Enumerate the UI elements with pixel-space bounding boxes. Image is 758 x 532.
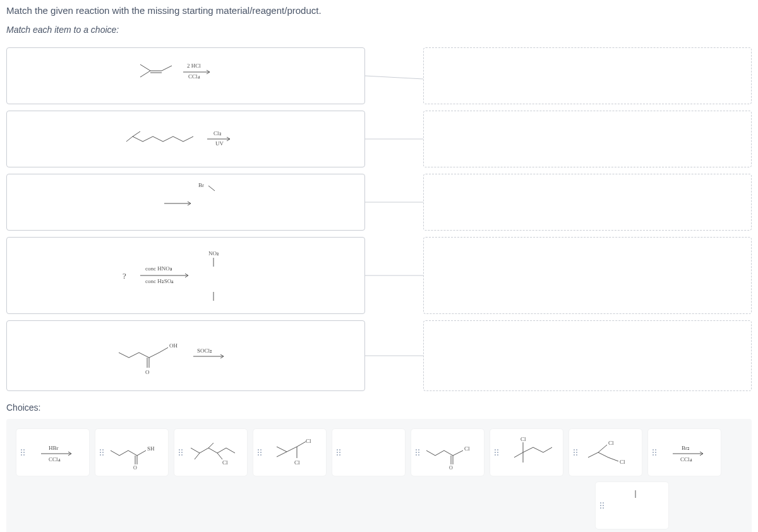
- svg-marker-11: [128, 191, 150, 216]
- item-box-2: Cl₂ UV: [6, 111, 365, 167]
- svg-line-51: [598, 445, 607, 452]
- starting-material-4: ?: [123, 271, 126, 281]
- reaction-diagram-2: Cl₂ UV: [129, 123, 243, 155]
- choice-6-label: Cl: [464, 445, 470, 452]
- svg-line-26: [159, 348, 168, 353]
- svg-line-49: [514, 452, 523, 457]
- choice-tert-chloride[interactable]: Cl: [490, 429, 563, 476]
- drag-handle-icon: [495, 447, 501, 457]
- choice-9-top: Br₂: [682, 445, 690, 451]
- choices-panel: HBr CCl₄ O SH: [6, 419, 752, 532]
- svg-point-43: [366, 446, 378, 459]
- reagent-5: SOCl₂: [197, 348, 212, 354]
- choice-1-top: HBr: [49, 445, 59, 451]
- svg-line-1: [140, 71, 150, 77]
- product-label-4: NO₂: [208, 250, 219, 257]
- drag-handle-icon: [337, 447, 343, 457]
- choice-7-label: Cl: [520, 436, 526, 442]
- reagent-top-1: 2 HCl: [187, 63, 201, 69]
- svg-line-37: [277, 447, 287, 452]
- choice-dichloro-propane[interactable]: Cl Cl: [569, 429, 642, 476]
- question-text: Match the given reaction with the missin…: [6, 5, 752, 16]
- connector-line-3: [365, 174, 423, 231]
- choice-8-top: Cl: [608, 440, 614, 446]
- choice-toluene[interactable]: [596, 482, 668, 529]
- svg-marker-13: [203, 191, 226, 216]
- drag-handle-icon: [574, 447, 580, 457]
- choice-acyl-chloride[interactable]: O Cl: [411, 429, 484, 476]
- svg-marker-17: [202, 267, 225, 292]
- reagent-bottom-4: conc H₂SO₄: [145, 278, 174, 284]
- choice-4-bottom: Cl: [294, 459, 300, 466]
- drag-handle-icon: [100, 447, 106, 457]
- drag-handle-icon: [416, 447, 422, 457]
- choice-hbr-ccl4[interactable]: HBr CCl₄: [16, 429, 89, 476]
- choices-grid: HBr CCl₄ O SH: [16, 429, 742, 529]
- product-label-3: Br: [198, 182, 204, 188]
- reagent-top-4: conc HNO₃: [145, 265, 172, 272]
- svg-text:O: O: [145, 369, 150, 375]
- connector-line-1: [365, 47, 423, 104]
- drop-zone-3[interactable]: [423, 174, 752, 231]
- svg-line-47: [453, 450, 463, 456]
- svg-point-18: [208, 274, 219, 285]
- match-row-5: O OH SOCl₂: [6, 320, 752, 391]
- choice-8-bottom: Cl: [620, 459, 625, 465]
- reaction-diagram-5: O OH SOCl₂: [116, 331, 255, 380]
- drag-handle-icon: [600, 500, 606, 511]
- choice-1-bottom: CCl₄: [49, 456, 61, 462]
- match-row-1: 2 HCl CCl₄: [6, 47, 752, 104]
- match-row-2: Cl₂ UV: [6, 111, 752, 167]
- svg-line-34: [195, 453, 200, 459]
- choice-alkyl-chloride-branched[interactable]: Cl: [174, 429, 247, 476]
- svg-line-39: [287, 447, 297, 452]
- choice-br2-ccl4[interactable]: Br₂ CCl₄: [648, 429, 721, 476]
- svg-line-7: [133, 131, 140, 136]
- item-box-5: O OH SOCl₂: [6, 320, 365, 391]
- item-box-1: 2 HCl CCl₄: [6, 47, 365, 104]
- reaction-diagram-4: ? conc HNO₃ conc H₂SO₄ NO₂: [110, 244, 262, 307]
- svg-line-22: [149, 353, 159, 358]
- drop-zone-5[interactable]: [423, 320, 752, 391]
- svg-line-40: [297, 442, 306, 447]
- choice-dichloro-isobutane[interactable]: Cl Cl: [253, 429, 326, 476]
- drop-zone-1[interactable]: [423, 47, 752, 104]
- drag-handle-icon: [653, 447, 659, 457]
- choice-benzene[interactable]: [332, 429, 405, 476]
- item-box-4: ? conc HNO₃ conc H₂SO₄ NO₂: [6, 237, 365, 314]
- svg-point-55: [630, 504, 641, 515]
- match-row-4: ? conc HNO₃ conc H₂SO₄ NO₂: [6, 237, 752, 314]
- choices-label: Choices:: [6, 402, 752, 413]
- svg-text:O: O: [449, 465, 453, 471]
- reagent-bottom-1: CCl₄: [188, 73, 200, 80]
- drag-handle-icon: [258, 447, 264, 457]
- drop-zone-4[interactable]: [423, 237, 752, 314]
- reactant-label-5: OH: [169, 342, 177, 349]
- svg-line-38: [277, 452, 287, 457]
- choice-2-label: SH: [147, 445, 155, 452]
- svg-line-52: [608, 457, 618, 461]
- svg-line-33: [137, 450, 146, 456]
- drag-handle-icon: [21, 447, 27, 457]
- reagent-bottom-2: UV: [215, 140, 224, 147]
- choice-3-label: Cl: [222, 459, 228, 466]
- instruction-text: Match each item to a choice:: [6, 25, 752, 35]
- reaction-diagram-3: Br: [123, 182, 249, 222]
- svg-line-4: [162, 66, 172, 71]
- svg-marker-42: [361, 440, 383, 465]
- reaction-diagram-1: 2 HCl CCl₄: [135, 57, 236, 95]
- item-box-3: Br: [6, 174, 365, 231]
- svg-line-6: [365, 76, 423, 79]
- svg-text:O: O: [133, 465, 137, 471]
- svg-line-8: [126, 136, 133, 142]
- connector-line-2: [365, 111, 423, 167]
- choice-thioacid[interactable]: O SH: [95, 429, 168, 476]
- svg-line-14: [208, 186, 215, 191]
- reagent-top-2: Cl₂: [214, 130, 222, 136]
- connector-line-4: [365, 237, 423, 314]
- drop-zone-2[interactable]: [423, 111, 752, 167]
- match-area: 2 HCl CCl₄ Cl₂ UV: [6, 47, 752, 391]
- svg-line-0: [140, 64, 150, 71]
- choice-4-top: Cl: [306, 438, 311, 444]
- match-row-3: Br: [6, 174, 752, 231]
